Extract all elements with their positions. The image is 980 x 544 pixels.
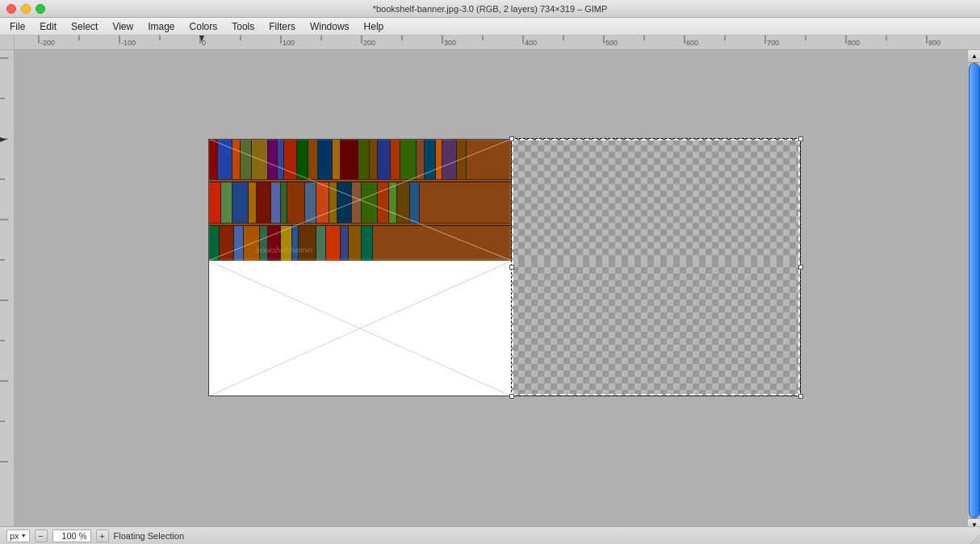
svg-text:200: 200 — [363, 39, 375, 47]
menu-edit[interactable]: Edit — [33, 19, 63, 34]
app-window: *bookshelf-banner.jpg-3.0 (RGB, 2 layers… — [0, 0, 980, 544]
close-button[interactable] — [6, 4, 16, 14]
svg-text:900: 900 — [928, 39, 940, 47]
svg-text:100: 100 — [283, 39, 295, 47]
watermark-text: bookshelf-banner — [257, 246, 313, 254]
svg-line-58 — [208, 261, 512, 396]
unit-down-arrow: ▼ — [21, 533, 27, 538]
traffic-lights — [6, 4, 45, 14]
svg-text:800: 800 — [848, 39, 860, 47]
ruler-vertical: 0 1 2 3 4 — [0, 50, 15, 544]
ruler-horizontal: -200 -100 0 100 200 300 — [0, 36, 980, 50]
zoom-plus-button[interactable]: + — [96, 529, 109, 542]
checker-area-top-right — [512, 139, 801, 261]
status-message: Floating Selection — [114, 531, 184, 541]
white-layer-bottom — [208, 261, 512, 396]
ruler-h-track: -200 -100 0 100 200 300 — [15, 36, 980, 49]
menu-help[interactable]: Help — [358, 19, 391, 34]
svg-text:600: 600 — [686, 39, 698, 47]
svg-text:400: 400 — [525, 39, 537, 47]
menu-windows[interactable]: Windows — [304, 19, 356, 34]
svg-line-61 — [974, 538, 980, 544]
bookshelf-layer: bookshelf-banner — [208, 139, 512, 261]
vertical-scroll-thumb[interactable] — [969, 63, 980, 518]
svg-text:500: 500 — [605, 39, 618, 47]
menu-select[interactable]: Select — [65, 19, 104, 34]
handle-middle-left — [509, 265, 514, 270]
handle-bottom-right — [798, 394, 803, 399]
svg-rect-0 — [15, 36, 980, 49]
handle-middle-right — [798, 265, 803, 270]
checker-area-bottom-right — [512, 261, 801, 396]
canvas-viewport[interactable]: bookshelf-banner — [15, 50, 980, 544]
zoom-value: 100 % — [61, 531, 86, 541]
maximize-button[interactable] — [36, 4, 45, 14]
menu-tools[interactable]: Tools — [225, 19, 261, 34]
image-canvas: bookshelf-banner — [208, 139, 801, 396]
svg-text:700: 700 — [767, 39, 779, 47]
handle-top-left — [509, 136, 514, 141]
ruler-v-ticks-svg: 0 1 2 3 4 — [0, 50, 15, 534]
menu-file[interactable]: File — [3, 19, 31, 34]
title-bar: *bookshelf-banner.jpg-3.0 (RGB, 2 layers… — [0, 0, 980, 18]
zoom-value-box[interactable]: 100 % — [52, 529, 91, 542]
menu-bar: File Edit Select View Image Colors Tools… — [0, 18, 980, 36]
svg-text:-100: -100 — [121, 39, 136, 47]
menu-view[interactable]: View — [106, 19, 140, 34]
vertical-scroll-track[interactable] — [968, 63, 980, 518]
zoom-minus-button[interactable]: − — [35, 529, 48, 542]
window-title: *bookshelf-banner.jpg-3.0 (RGB, 2 layers… — [373, 4, 608, 14]
menu-colors[interactable]: Colors — [183, 19, 224, 34]
svg-line-59 — [208, 261, 512, 396]
svg-text:-200: -200 — [40, 39, 55, 47]
resize-handle[interactable] — [965, 529, 980, 544]
svg-text:300: 300 — [444, 39, 456, 47]
handle-top-right — [798, 136, 803, 141]
svg-line-62 — [977, 541, 980, 544]
ruler-ticks-svg: -200 -100 0 100 200 300 — [15, 36, 980, 49]
ruler-corner — [0, 36, 15, 49]
minimize-button[interactable] — [21, 4, 31, 14]
unit-selector[interactable]: px ▼ — [6, 529, 30, 542]
scroll-up-button[interactable]: ▲ — [968, 50, 980, 63]
status-bar: px ▼ − 100 % + Floating Selection — [0, 526, 980, 544]
menu-filters[interactable]: Filters — [262, 19, 302, 34]
menu-image[interactable]: Image — [141, 19, 181, 34]
transform-handles-white-svg — [208, 261, 512, 396]
unit-value: px — [10, 531, 19, 541]
handle-bottom-left — [509, 394, 514, 399]
vertical-scrollbar[interactable]: ▲ ▼ — [967, 50, 980, 531]
